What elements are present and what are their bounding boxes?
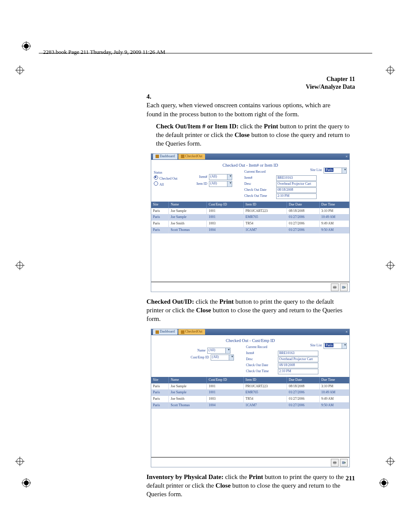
- table-row[interactable]: ParisJoe Sample1001EMR76501/27/200610:49…: [151, 389, 349, 396]
- tab-bar: Dashboard CheckedOut ×: [151, 154, 349, 160]
- current-record-title: Current Record: [246, 345, 318, 350]
- table-row[interactable]: ParisJoe Sample1001PROJCART22308/18/2008…: [151, 208, 349, 215]
- crop-mark-icon: [386, 65, 395, 75]
- name-select[interactable]: (All): [207, 348, 230, 354]
- field-desc: Overhead Projector Cart: [276, 181, 317, 187]
- paragraph-checkout-item: Check Out/Item # or Item ID: click the P…: [156, 122, 351, 148]
- crop-mark-icon: [15, 65, 25, 75]
- crop-mark-icon: [15, 457, 25, 466]
- current-record-title: Current Record: [244, 170, 317, 174]
- registration-mark-icon: [22, 41, 31, 51]
- item-num-select[interactable]: (All): [209, 174, 232, 180]
- table-row[interactable]: ParisJoe Sample1001PROJCART22308/18/2008…: [151, 383, 349, 390]
- tab-checkedout[interactable]: CheckedOut: [178, 329, 205, 335]
- item-id-select[interactable]: (All): [209, 181, 232, 187]
- page-number: 211: [346, 475, 355, 482]
- tab-dashboard[interactable]: Dashboard: [153, 329, 177, 335]
- tab-checkedout[interactable]: CheckedOut: [178, 154, 205, 159]
- svg-rect-34: [333, 462, 336, 464]
- screenshot-checked-out-item: Dashboard CheckedOut × Checked Out - Ite…: [151, 153, 350, 292]
- close-button[interactable]: [340, 459, 348, 467]
- results-grid: SiteNameCust/Emp IDItem IDDue DateDue Ti…: [151, 202, 349, 233]
- close-icon[interactable]: ×: [346, 154, 348, 159]
- print-button[interactable]: [331, 283, 339, 291]
- radio-checked-out[interactable]: Checked Out: [154, 175, 181, 181]
- status-group: Status Checked Out All: [154, 170, 183, 188]
- tab-icon: [156, 330, 159, 334]
- name-filter-label: Name: [185, 348, 206, 353]
- item-num-label: Item#: [187, 175, 207, 180]
- field-checkout-date: 08/18/2008: [276, 187, 317, 193]
- tab-icon: [181, 330, 184, 334]
- step-text: Each query, when viewed onscreen contain…: [146, 101, 340, 118]
- table-row[interactable]: ParisJoe Sample1001EMR76501/27/200610:49…: [151, 214, 349, 221]
- chapter-number: Chapter 11: [306, 75, 355, 83]
- status-label: Status: [154, 171, 181, 175]
- results-grid: SiteNameCust/Emp IDItem IDDue DateDue Ti…: [151, 377, 349, 409]
- table-row[interactable]: ParisJoe Smith1003TR5401/27/20069:49 AM: [151, 396, 349, 402]
- svg-rect-36: [333, 464, 336, 464]
- svg-rect-31: [333, 286, 336, 286]
- custemp-filter-label: Cust/Emp ID: [185, 355, 209, 360]
- site-list-select[interactable]: Paris: [324, 343, 347, 349]
- step-4: 4. Each query, when viewed onscreen cont…: [146, 92, 351, 118]
- print-button[interactable]: [331, 459, 339, 467]
- svg-rect-35: [333, 461, 336, 462]
- paragraph-checked-out-id: Checked Out/ID: click the Print button t…: [146, 297, 351, 324]
- registration-mark-icon: [22, 478, 31, 488]
- tab-icon: [156, 155, 159, 158]
- item-id-label: Item ID: [187, 182, 207, 187]
- crop-mark-icon: [386, 457, 395, 466]
- field-desc: Overhead Projector Cart: [278, 357, 318, 362]
- crop-mark-icon: [15, 261, 25, 270]
- chapter-title: View/Analyze Data: [306, 83, 355, 91]
- field-checkout-time: 2:10 PM: [276, 193, 317, 199]
- field-item-num: BRE10163: [276, 175, 317, 181]
- registration-mark-icon: [379, 478, 389, 488]
- site-list-label: Site List: [310, 343, 322, 348]
- chapter-heading: Chapter 11 View/Analyze Data: [306, 75, 355, 91]
- page-header-text: 2283.book Page 211 Thursday, July 9, 200…: [43, 49, 165, 56]
- table-row[interactable]: ParisScott Thomas10041CAM701/27/20069:50…: [151, 402, 349, 409]
- paragraph-inventory-physical-date: Inventory by Physical Date: click the Pr…: [146, 473, 351, 499]
- table-row[interactable]: ParisScott Thomas10041CAM701/27/20069:50…: [151, 227, 349, 233]
- radio-all[interactable]: All: [154, 181, 181, 187]
- custemp-select[interactable]: (All): [211, 355, 234, 361]
- close-button[interactable]: [340, 283, 348, 291]
- tab-bar: Dashboard CheckedOut ×: [151, 329, 349, 335]
- crop-mark-icon: [386, 261, 395, 270]
- site-list-label: Site List: [310, 168, 322, 173]
- field-checkout-time: 2:10 PM: [278, 369, 318, 374]
- tab-dashboard[interactable]: Dashboard: [153, 154, 177, 159]
- field-checkout-date: 08/18/2008: [278, 363, 318, 368]
- svg-rect-32: [333, 288, 336, 289]
- field-item-num: BRE10163: [278, 351, 318, 356]
- table-row[interactable]: ParisJoe Smith1003TR5401/27/20069:49 AM: [151, 221, 349, 227]
- site-list-select[interactable]: Paris: [324, 168, 347, 174]
- screenshot-checked-out-custemp: Dashboard CheckedOut × Checked Out - Cus…: [151, 329, 350, 467]
- tab-icon: [181, 155, 184, 158]
- step-number: 4.: [146, 92, 156, 101]
- close-icon[interactable]: ×: [346, 329, 348, 334]
- svg-rect-30: [333, 286, 336, 288]
